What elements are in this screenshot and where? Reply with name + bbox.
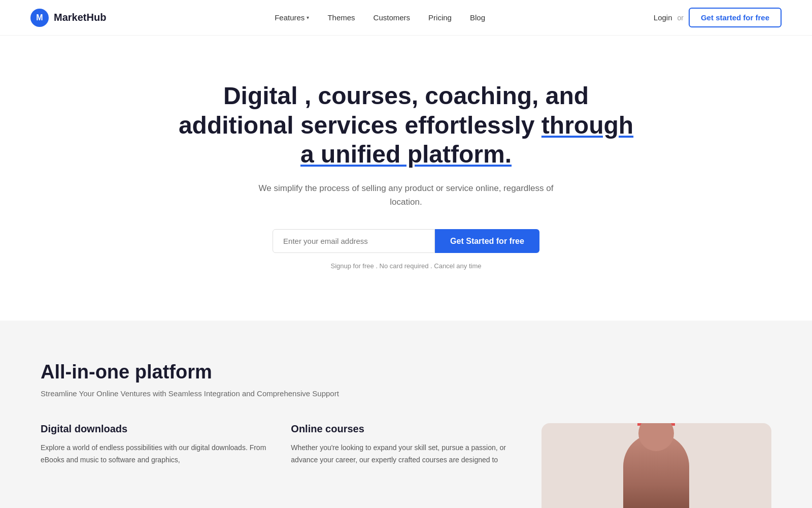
nav-item-themes[interactable]: Themes bbox=[327, 13, 355, 22]
email-input[interactable] bbox=[273, 229, 435, 253]
feature-title-digital: Digital downloads bbox=[41, 423, 270, 435]
feature-card-online-courses: Online courses Whether you're looking to… bbox=[291, 423, 521, 508]
chevron-down-icon: ▾ bbox=[307, 15, 309, 20]
feature-desc-courses: Whether you're looking to expand your sk… bbox=[291, 442, 521, 466]
feature-card-image bbox=[542, 423, 771, 508]
nav-themes-link[interactable]: Themes bbox=[327, 13, 355, 22]
nav-links: Features ▾ Themes Customers Pricing Blog bbox=[275, 13, 485, 22]
login-button[interactable]: Login bbox=[654, 13, 672, 22]
hero-section: Digital , courses, coaching, and additio… bbox=[0, 36, 812, 321]
brand-name: MarketHub bbox=[54, 12, 106, 23]
hero-title: Digital , courses, coaching, and additio… bbox=[178, 81, 634, 169]
brand-logo[interactable]: M MarketHub bbox=[30, 9, 106, 27]
person-silhouette bbox=[623, 433, 689, 508]
feature-desc-digital: Explore a world of endless possibilities… bbox=[41, 442, 270, 466]
feature-card-digital-downloads: Digital downloads Explore a world of end… bbox=[41, 423, 270, 508]
nav-actions: Login or Get started for free bbox=[654, 8, 782, 27]
nav-features-link[interactable]: Features ▾ bbox=[275, 13, 309, 22]
nav-blog-link[interactable]: Blog bbox=[470, 13, 485, 22]
navbar: M MarketHub Features ▾ Themes Customers … bbox=[0, 0, 812, 36]
feature-title-courses: Online courses bbox=[291, 423, 521, 435]
features-subheading: Streamline Your Online Ventures with Sea… bbox=[41, 389, 771, 398]
nav-or-label: or bbox=[678, 14, 684, 22]
features-heading: All-in-one platform bbox=[41, 361, 771, 383]
nav-pricing-link[interactable]: Pricing bbox=[428, 13, 452, 22]
person-image-card bbox=[542, 423, 771, 508]
hero-cta-button[interactable]: Get Started for free bbox=[435, 229, 539, 253]
person-head bbox=[638, 423, 674, 451]
nav-item-blog[interactable]: Blog bbox=[470, 13, 485, 22]
logo-icon: M bbox=[30, 9, 49, 27]
features-grid: Digital downloads Explore a world of end… bbox=[41, 423, 771, 508]
features-section: All-in-one platform Streamline Your Onli… bbox=[0, 321, 812, 508]
nav-customers-link[interactable]: Customers bbox=[374, 13, 411, 22]
nav-item-features[interactable]: Features ▾ bbox=[275, 13, 309, 22]
nav-item-pricing[interactable]: Pricing bbox=[428, 13, 452, 22]
hero-fine-print: Signup for free . No card required . Can… bbox=[331, 262, 482, 270]
nav-item-customers[interactable]: Customers bbox=[374, 13, 411, 22]
hero-subtitle: We simplify the process of selling any p… bbox=[254, 181, 558, 209]
nav-get-started-button[interactable]: Get started for free bbox=[689, 8, 782, 27]
hero-form: Get Started for free bbox=[273, 229, 539, 253]
